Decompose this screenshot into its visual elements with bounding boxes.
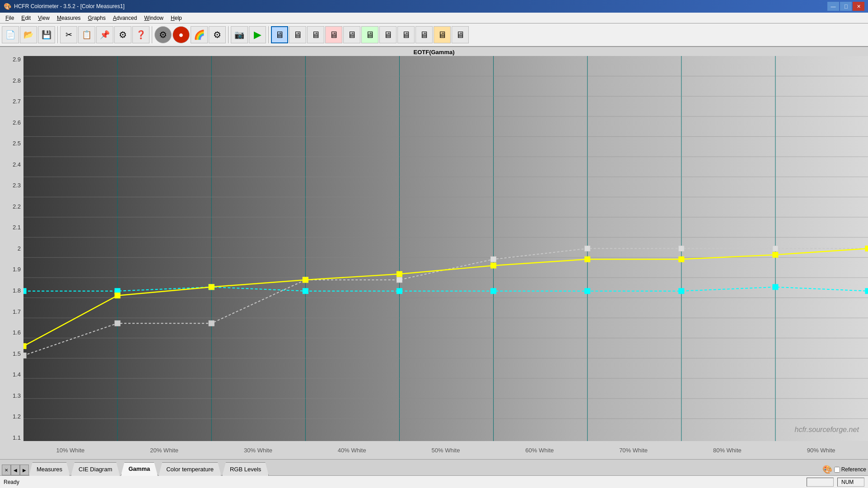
tab-measures[interactable]: Measures xyxy=(29,462,70,476)
reference-label: Reference xyxy=(841,466,866,473)
graph-button-1[interactable]: 🖥 xyxy=(271,26,288,43)
toolbar-separator-1 xyxy=(57,26,58,43)
start-button[interactable]: ▶ xyxy=(249,26,266,43)
tab-nav-next[interactable]: ▶ xyxy=(20,465,29,475)
svg-rect-32 xyxy=(491,288,496,294)
x-label-20: 20% White xyxy=(117,447,211,454)
graph-button-10[interactable]: 🖥 xyxy=(434,26,451,43)
maximize-button[interactable]: ⎕ xyxy=(840,2,852,11)
menu-advanced[interactable]: Advanced xyxy=(109,14,140,22)
paste-button[interactable]: 📌 xyxy=(96,26,113,43)
status-pane-empty xyxy=(807,478,834,487)
tabs-right: 🎨 Reference xyxy=(822,465,866,475)
y-label-23: 2.3 xyxy=(0,182,23,189)
graph-button-2[interactable]: 🖥 xyxy=(289,26,306,43)
open-button[interactable]: 📂 xyxy=(20,26,37,43)
reference-checkbox-label[interactable]: Reference xyxy=(834,466,866,473)
y-label-21: 2.1 xyxy=(0,224,23,231)
x-label-30: 30% White xyxy=(211,447,305,454)
svg-rect-56 xyxy=(865,246,868,251)
y-axis: 2.9 2.8 2.7 2.6 2.5 2.4 2.3 2.2 2.1 2 1.… xyxy=(0,47,23,459)
x-label-40: 40% White xyxy=(305,447,399,454)
statusbar: Ready NUM xyxy=(0,475,868,488)
toolbar-separator-3 xyxy=(228,26,229,43)
title-left: 🎨 HCFR Colorimeter - 3.5.2 - [Color Meas… xyxy=(4,3,125,10)
menu-file[interactable]: File xyxy=(2,14,18,22)
menu-edit[interactable]: Edit xyxy=(18,14,34,22)
svg-text:hcfr.sourceforge.net: hcfr.sourceforge.net xyxy=(795,426,859,433)
y-label-29: 2.9 xyxy=(0,56,23,63)
toolbar: 📄 📂 💾 ✂ 📋 📌 ⚙ ❓ ⚙ ● 🌈 ⚙ 📷 ▶ 🖥 🖥 🖥 🖥 🖥 🖥 … xyxy=(0,23,868,47)
graph-button-7[interactable]: 🖥 xyxy=(379,26,397,43)
graph-button-9[interactable]: 🖥 xyxy=(415,26,433,43)
svg-rect-37 xyxy=(23,353,26,358)
window-title: HCFR Colorimeter - 3.5.2 - [Color Measur… xyxy=(14,3,125,9)
graph-button-3[interactable]: 🖥 xyxy=(307,26,324,43)
new-button[interactable]: 📄 xyxy=(2,26,19,43)
menu-window[interactable]: Window xyxy=(140,14,167,22)
x-label-60: 60% White xyxy=(493,447,587,454)
close-button[interactable]: ✕ xyxy=(853,2,864,11)
tabsbar: ✕ ◀ ▶ Measures CIE Diagram Gamma Color t… xyxy=(0,459,868,475)
svg-rect-49 xyxy=(209,284,214,290)
titlebar: 🎨 HCFR Colorimeter - 3.5.2 - [Color Meas… xyxy=(0,0,868,13)
svg-rect-30 xyxy=(303,288,308,294)
svg-rect-54 xyxy=(679,256,684,262)
y-label-19: 1.9 xyxy=(0,266,23,273)
window-controls: — ⎕ ✕ xyxy=(827,2,864,11)
graph-button-11[interactable]: 🖥 xyxy=(452,26,469,43)
tab-nav-prev[interactable]: ◀ xyxy=(11,465,20,475)
tab-rgb-levels[interactable]: RGB Levels xyxy=(222,462,269,476)
tab-color-temperature[interactable]: Color temperature xyxy=(159,462,221,476)
graph-button-4[interactable]: 🖥 xyxy=(325,26,342,43)
red-ball-button[interactable]: ● xyxy=(173,26,190,43)
menubar: File Edit View Measures Graphs Advanced … xyxy=(0,13,868,23)
y-label-11: 1.1 xyxy=(0,434,23,441)
toolbar-separator-4 xyxy=(268,26,269,43)
chart-title: EOTF(Gamma) xyxy=(413,49,454,56)
svg-rect-52 xyxy=(491,263,496,268)
tab-cie-diagram[interactable]: CIE Diagram xyxy=(71,462,120,476)
x-label-50: 50% White xyxy=(399,447,493,454)
reference-checkbox[interactable] xyxy=(834,467,840,473)
menu-view[interactable]: View xyxy=(34,14,53,22)
chart-container: EOTF(Gamma) 2.9 2.8 2.7 2.6 2.5 2.4 2.3 … xyxy=(0,47,868,459)
graph-button-6[interactable]: 🖥 xyxy=(361,26,378,43)
svg-rect-39 xyxy=(209,321,214,326)
y-label-25: 2.5 xyxy=(0,140,23,147)
graph-button-8[interactable]: 🖥 xyxy=(397,26,415,43)
settings-button[interactable]: ⚙ xyxy=(114,26,131,43)
svg-rect-43 xyxy=(585,246,590,251)
tab-gamma[interactable]: Gamma xyxy=(121,462,158,476)
svg-rect-42 xyxy=(491,256,496,262)
cut-button[interactable]: ✂ xyxy=(60,26,77,43)
config-button[interactable]: ⚙ xyxy=(209,26,226,43)
svg-rect-45 xyxy=(773,246,778,251)
menu-measures[interactable]: Measures xyxy=(53,14,84,22)
graph-button-5[interactable]: 🖥 xyxy=(343,26,360,43)
colors-button[interactable]: 🌈 xyxy=(191,26,208,43)
status-pane-num: NUM xyxy=(837,478,864,487)
measure-config-button[interactable]: ⚙ xyxy=(154,26,172,43)
y-label-14: 1.4 xyxy=(0,371,23,378)
help-button[interactable]: ❓ xyxy=(132,26,149,43)
minimize-button[interactable]: — xyxy=(827,2,839,11)
reference-icon: 🎨 xyxy=(822,465,832,474)
svg-rect-51 xyxy=(397,271,402,277)
status-text: Ready xyxy=(4,479,803,485)
svg-rect-55 xyxy=(773,252,778,257)
svg-rect-41 xyxy=(397,277,402,283)
screenshot-button[interactable]: 📷 xyxy=(231,26,248,43)
y-label-18: 1.8 xyxy=(0,287,23,294)
menu-graphs[interactable]: Graphs xyxy=(84,14,109,22)
x-label-80: 80% White xyxy=(680,447,774,454)
svg-rect-53 xyxy=(585,256,590,262)
save-button[interactable]: 💾 xyxy=(38,26,55,43)
x-label-70: 70% White xyxy=(587,447,681,454)
copy-button[interactable]: 📋 xyxy=(78,26,95,43)
svg-rect-34 xyxy=(679,288,684,294)
svg-rect-50 xyxy=(303,277,308,283)
tab-nav-close[interactable]: ✕ xyxy=(2,465,11,475)
menu-help[interactable]: Help xyxy=(167,14,186,22)
y-label-27: 2.7 xyxy=(0,98,23,105)
